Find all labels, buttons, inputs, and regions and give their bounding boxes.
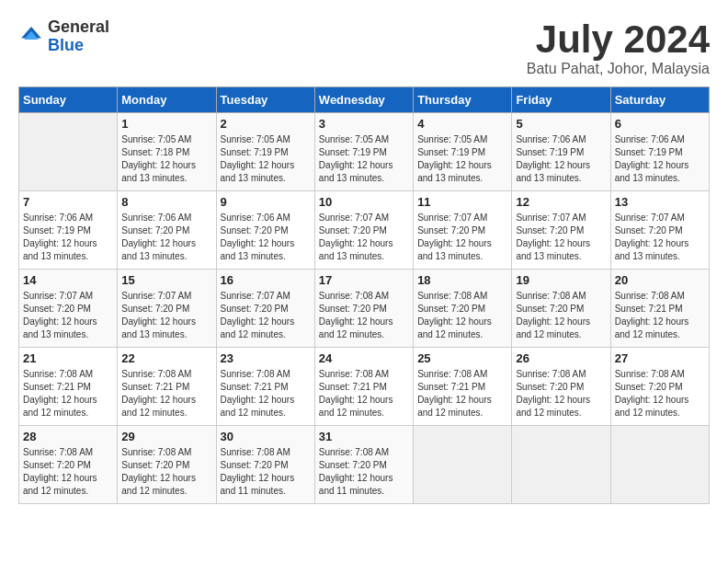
day-number: 23 — [221, 351, 311, 365]
day-info: Sunrise: 7:08 AMSunset: 7:20 PMDaylight:… — [221, 446, 311, 498]
calendar-day-cell: 17Sunrise: 7:08 AMSunset: 7:20 PMDayligh… — [314, 270, 413, 348]
weekday-header-cell: Sunday — [19, 87, 118, 113]
calendar-day-cell: 11Sunrise: 7:07 AMSunset: 7:20 PMDayligh… — [414, 191, 512, 270]
day-number: 26 — [516, 351, 606, 365]
day-number: 8 — [121, 195, 211, 209]
calendar-day-cell: 10Sunrise: 7:07 AMSunset: 7:20 PMDayligh… — [314, 191, 413, 270]
calendar-day-cell — [414, 426, 512, 504]
day-info: Sunrise: 7:06 AMSunset: 7:20 PMDaylight:… — [121, 212, 211, 263]
day-number: 15 — [121, 273, 211, 287]
calendar-day-cell: 14Sunrise: 7:07 AMSunset: 7:20 PMDayligh… — [19, 270, 118, 348]
day-info: Sunrise: 7:08 AMSunset: 7:21 PMDaylight:… — [23, 368, 113, 419]
calendar-day-cell: 16Sunrise: 7:07 AMSunset: 7:20 PMDayligh… — [216, 270, 314, 348]
day-info: Sunrise: 7:07 AMSunset: 7:20 PMDaylight:… — [319, 212, 409, 263]
calendar-day-cell — [610, 426, 709, 504]
calendar-day-cell: 13Sunrise: 7:07 AMSunset: 7:20 PMDayligh… — [610, 191, 709, 270]
calendar-day-cell: 6Sunrise: 7:06 AMSunset: 7:19 PMDaylight… — [610, 113, 709, 191]
calendar-day-cell: 25Sunrise: 7:08 AMSunset: 7:21 PMDayligh… — [414, 348, 512, 426]
location: Batu Pahat, Johor, Malaysia — [527, 61, 710, 77]
day-number: 13 — [615, 195, 705, 209]
day-info: Sunrise: 7:08 AMSunset: 7:21 PMDaylight:… — [417, 368, 507, 419]
calendar-day-cell: 23Sunrise: 7:08 AMSunset: 7:21 PMDayligh… — [216, 348, 314, 426]
title-section: July 2024 Batu Pahat, Johor, Malaysia — [527, 18, 710, 77]
calendar-day-cell: 28Sunrise: 7:08 AMSunset: 7:20 PMDayligh… — [19, 426, 118, 504]
calendar-day-cell: 27Sunrise: 7:08 AMSunset: 7:20 PMDayligh… — [610, 348, 709, 426]
calendar-week-row: 21Sunrise: 7:08 AMSunset: 7:21 PMDayligh… — [19, 348, 710, 426]
calendar-week-row: 7Sunrise: 7:06 AMSunset: 7:19 PMDaylight… — [19, 191, 710, 270]
calendar-day-cell: 21Sunrise: 7:08 AMSunset: 7:21 PMDayligh… — [19, 348, 118, 426]
calendar-table: SundayMondayTuesdayWednesdayThursdayFrid… — [18, 86, 710, 504]
day-number: 17 — [319, 273, 409, 287]
day-number: 25 — [417, 351, 507, 365]
day-number: 14 — [23, 273, 113, 287]
day-number: 24 — [319, 351, 409, 365]
day-info: Sunrise: 7:08 AMSunset: 7:20 PMDaylight:… — [121, 446, 211, 498]
day-info: Sunrise: 7:06 AMSunset: 7:19 PMDaylight:… — [615, 133, 705, 185]
day-info: Sunrise: 7:07 AMSunset: 7:20 PMDaylight:… — [221, 290, 311, 341]
weekday-header-cell: Monday — [118, 87, 216, 113]
day-number: 16 — [221, 273, 311, 287]
calendar-day-cell: 12Sunrise: 7:07 AMSunset: 7:20 PMDayligh… — [512, 191, 610, 270]
calendar-day-cell: 7Sunrise: 7:06 AMSunset: 7:19 PMDaylight… — [19, 191, 118, 270]
day-info: Sunrise: 7:08 AMSunset: 7:21 PMDaylight:… — [121, 368, 211, 419]
month-title: July 2024 — [527, 18, 710, 61]
day-info: Sunrise: 7:06 AMSunset: 7:20 PMDaylight:… — [221, 212, 311, 263]
calendar-day-cell: 18Sunrise: 7:08 AMSunset: 7:20 PMDayligh… — [414, 270, 512, 348]
calendar-day-cell: 19Sunrise: 7:08 AMSunset: 7:20 PMDayligh… — [512, 270, 610, 348]
calendar-day-cell: 30Sunrise: 7:08 AMSunset: 7:20 PMDayligh… — [216, 426, 314, 504]
day-info: Sunrise: 7:07 AMSunset: 7:20 PMDaylight:… — [615, 212, 705, 263]
calendar-day-cell: 29Sunrise: 7:08 AMSunset: 7:20 PMDayligh… — [118, 426, 216, 504]
calendar-day-cell: 20Sunrise: 7:08 AMSunset: 7:21 PMDayligh… — [610, 270, 709, 348]
day-number: 20 — [615, 273, 705, 287]
day-number: 10 — [319, 195, 409, 209]
day-number: 5 — [516, 117, 606, 131]
day-number: 22 — [121, 351, 211, 365]
calendar-day-cell: 26Sunrise: 7:08 AMSunset: 7:20 PMDayligh… — [512, 348, 610, 426]
day-number: 31 — [319, 430, 409, 443]
weekday-header-cell: Saturday — [610, 87, 709, 113]
calendar-week-row: 14Sunrise: 7:07 AMSunset: 7:20 PMDayligh… — [19, 270, 710, 348]
day-number: 4 — [417, 117, 507, 131]
day-info: Sunrise: 7:05 AMSunset: 7:19 PMDaylight:… — [417, 133, 507, 185]
calendar-day-cell — [512, 426, 610, 504]
day-number: 27 — [615, 351, 705, 365]
calendar-day-cell: 1Sunrise: 7:05 AMSunset: 7:18 PMDaylight… — [118, 113, 216, 191]
calendar-day-cell: 3Sunrise: 7:05 AMSunset: 7:19 PMDaylight… — [314, 113, 413, 191]
weekday-header-cell: Friday — [512, 87, 610, 113]
day-number: 18 — [417, 273, 507, 287]
day-info: Sunrise: 7:08 AMSunset: 7:20 PMDaylight:… — [319, 446, 409, 498]
day-info: Sunrise: 7:07 AMSunset: 7:20 PMDaylight:… — [516, 212, 606, 263]
calendar-day-cell: 15Sunrise: 7:07 AMSunset: 7:20 PMDayligh… — [118, 270, 216, 348]
day-info: Sunrise: 7:08 AMSunset: 7:20 PMDaylight:… — [516, 290, 606, 341]
day-number: 28 — [23, 430, 113, 443]
day-info: Sunrise: 7:06 AMSunset: 7:19 PMDaylight:… — [516, 133, 606, 185]
page-header: General Blue July 2024 Batu Pahat, Johor… — [18, 18, 710, 77]
day-number: 9 — [221, 195, 311, 209]
logo-text: General Blue — [48, 18, 109, 55]
day-info: Sunrise: 7:08 AMSunset: 7:20 PMDaylight:… — [319, 290, 409, 341]
day-info: Sunrise: 7:08 AMSunset: 7:20 PMDaylight:… — [23, 446, 113, 498]
day-info: Sunrise: 7:08 AMSunset: 7:21 PMDaylight:… — [221, 368, 311, 419]
day-info: Sunrise: 7:05 AMSunset: 7:18 PMDaylight:… — [121, 133, 211, 185]
calendar-day-cell: 22Sunrise: 7:08 AMSunset: 7:21 PMDayligh… — [118, 348, 216, 426]
day-info: Sunrise: 7:08 AMSunset: 7:20 PMDaylight:… — [516, 368, 606, 419]
weekday-header-row: SundayMondayTuesdayWednesdayThursdayFrid… — [19, 87, 710, 113]
calendar-week-row: 1Sunrise: 7:05 AMSunset: 7:18 PMDaylight… — [19, 113, 710, 191]
day-info: Sunrise: 7:08 AMSunset: 7:21 PMDaylight:… — [319, 368, 409, 419]
day-info: Sunrise: 7:07 AMSunset: 7:20 PMDaylight:… — [23, 290, 113, 341]
calendar-day-cell: 31Sunrise: 7:08 AMSunset: 7:20 PMDayligh… — [314, 426, 413, 504]
day-number: 2 — [221, 117, 311, 131]
calendar-day-cell — [19, 113, 118, 191]
day-number: 6 — [615, 117, 705, 131]
calendar-day-cell: 24Sunrise: 7:08 AMSunset: 7:21 PMDayligh… — [314, 348, 413, 426]
day-number: 30 — [221, 430, 311, 443]
calendar-day-cell: 5Sunrise: 7:06 AMSunset: 7:19 PMDaylight… — [512, 113, 610, 191]
day-info: Sunrise: 7:06 AMSunset: 7:19 PMDaylight:… — [23, 212, 113, 263]
calendar-day-cell: 2Sunrise: 7:05 AMSunset: 7:19 PMDaylight… — [216, 113, 314, 191]
day-info: Sunrise: 7:08 AMSunset: 7:20 PMDaylight:… — [417, 290, 507, 341]
day-number: 3 — [319, 117, 409, 131]
logo-icon — [18, 24, 44, 50]
day-number: 12 — [516, 195, 606, 209]
day-info: Sunrise: 7:05 AMSunset: 7:19 PMDaylight:… — [221, 133, 311, 185]
day-number: 29 — [121, 430, 211, 443]
